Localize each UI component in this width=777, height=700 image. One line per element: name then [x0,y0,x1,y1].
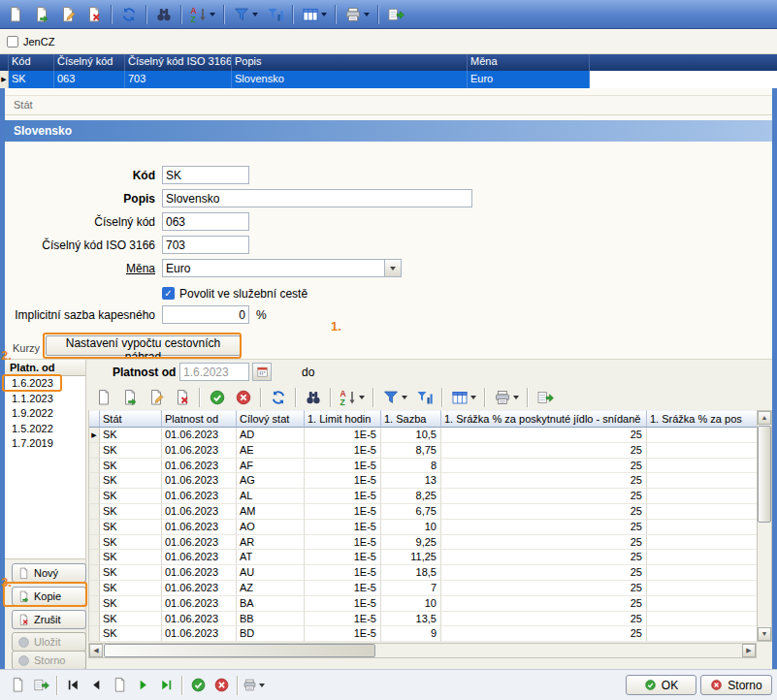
nav-next-button[interactable] [132,675,154,696]
rates-sort-button[interactable]: AZ [336,386,369,409]
kod-input[interactable] [162,166,249,184]
copy-button[interactable] [29,3,54,26]
jencz-checkbox[interactable] [7,36,18,48]
rates-column-header[interactable]: Cílový stat [237,410,305,428]
povolit-checkbox[interactable]: ✓ [162,287,175,300]
rates-row[interactable]: SK01.06.2023AT1E-511,2525 [89,550,757,565]
rates-row[interactable]: SK01.06.2023AO1E-51025 [89,520,757,535]
nav-record-button[interactable] [109,675,131,696]
rates-row[interactable]: ▶SK01.06.2023AD1E-510,525 [89,428,757,443]
nav-first-button[interactable] [62,675,84,696]
rates-column-header[interactable]: 1. Srážka % za pos [647,410,758,428]
rates-row[interactable]: SK01.06.2023BA1E-51025 [89,596,757,612]
print-button[interactable] [340,3,373,26]
scroll-left-button[interactable]: ◀ [89,644,103,657]
date-item[interactable]: 1.7.2019 [5,436,85,452]
rates-column-header[interactable]: 1. Srážka % za poskytnuté jídlo - snídan… [441,410,647,428]
footer-export-button[interactable] [30,675,52,696]
horizontal-scrollbar-thumb[interactable] [104,644,375,657]
new-button[interactable] [3,3,28,26]
scroll-up-button[interactable]: ▲ [758,411,771,425]
filter-button[interactable] [229,3,262,26]
novy-button[interactable]: Nový [12,563,86,583]
rates-column-header[interactable]: Platnost od [162,410,237,428]
rates-row[interactable]: SK01.06.2023AL1E-58,2525 [89,489,757,504]
nav-prev-button[interactable] [85,675,108,696]
zrusit-button[interactable]: Zrušit [12,610,86,629]
rates-row[interactable]: SK01.06.2023AG1E-51325 [89,473,757,489]
kapesne-input[interactable] [162,305,249,324]
ciselny-kod-input[interactable] [162,212,249,231]
search-button[interactable] [151,3,177,26]
rates-edit-button[interactable] [144,386,169,409]
rates-column-header[interactable]: 1. Sazba [381,410,441,428]
rates-copy-button[interactable] [117,386,143,409]
countries-column-header[interactable]: Číselný kód [54,54,125,71]
date-item[interactable]: 1.6.2023 [5,376,85,392]
vertical-scrollbar-thumb[interactable] [758,426,771,523]
mena-input[interactable] [163,260,384,276]
rates-row[interactable]: SK01.06.2023BD1E-5925 [89,626,757,642]
rates-row[interactable]: SK01.06.2023AU1E-518,525 [89,565,757,581]
countries-column-header[interactable]: Číselný kód ISO 3166 [125,54,232,71]
footer-cancel-button[interactable] [210,675,233,696]
ok-button[interactable]: OK [626,675,696,695]
date-item[interactable]: 1.9.2022 [5,406,85,422]
countries-selected-row[interactable]: ▶SK063703SlovenskoEuro [0,71,777,88]
rates-export-button[interactable] [533,386,558,409]
date-item[interactable]: 1.1.2023 [5,392,85,407]
rates-vertical-scrollbar[interactable]: ▲ ▼ [757,410,772,642]
storno-button[interactable]: Storno [700,675,772,695]
iso-input[interactable] [162,236,249,254]
ok-label: OK [662,679,678,692]
rates-search-button[interactable] [301,386,326,409]
calendar-button[interactable] [252,363,272,381]
dates-column-header[interactable]: Platn. od [5,360,85,376]
rates-row[interactable]: SK01.06.2023BB1E-513,525 [89,612,757,627]
export-button[interactable] [383,3,408,26]
delete-button[interactable] [81,3,107,26]
rates-delete-button[interactable] [170,386,195,409]
edit-button[interactable] [55,3,81,26]
rates-column-header[interactable]: 1. Limit hodin [305,410,381,428]
kopie-button[interactable]: Kopie [12,587,86,606]
rates-columns-button[interactable] [447,386,480,409]
rates-filter-analysis-button[interactable] [412,386,437,409]
rates-cell: 13,5 [381,612,441,627]
rates-filter-button[interactable] [378,386,411,409]
date-item[interactable]: 1.5.2022 [5,422,85,437]
mena-combobox[interactable] [162,259,402,277]
sort-button[interactable]: AZ [186,3,219,26]
rates-horizontal-scrollbar[interactable]: ◀ ▶ [88,643,757,658]
platnost-od-input[interactable] [179,363,249,381]
popis-input[interactable] [162,189,472,207]
rates-refresh-button[interactable] [266,386,291,409]
mena-dropdown-button[interactable] [384,260,401,276]
mena-label[interactable]: Měna [5,262,155,275]
rates-row[interactable]: SK01.06.2023AR1E-59,2525 [89,535,757,551]
settings-button[interactable]: Nastavení vypočtu cestovních náhrad [46,335,241,356]
rates-cancel-button[interactable] [231,386,256,409]
footer-doc-button[interactable] [7,675,29,696]
rates-column-header[interactable]: Stát [100,410,162,428]
rates-row[interactable]: SK01.06.2023AE1E-58,7525 [89,443,757,459]
scroll-right-button[interactable]: ▶ [742,644,756,657]
nav-last-button[interactable] [155,675,178,696]
rates-row[interactable]: SK01.06.2023AM1E-56,7525 [89,504,757,520]
rates-print-button[interactable] [490,386,523,409]
countries-column-header[interactable]: Kód [9,54,54,71]
footer-print-button[interactable] [243,675,265,696]
rates-row[interactable]: SK01.06.2023AF1E-5825 [89,459,757,474]
rates-row[interactable]: SK01.06.2023AZ1E-5725 [89,581,757,596]
nav-last-icon [158,677,175,693]
filter-analysis-button[interactable] [263,3,288,26]
disabled-cancel-icon [17,654,30,667]
scroll-down-button[interactable]: ▼ [758,627,771,641]
rates-confirm-button[interactable] [205,386,230,409]
footer-confirm-button[interactable] [187,675,210,696]
rates-new-button[interactable] [91,386,116,409]
countries-column-header[interactable]: Popis [232,54,468,71]
refresh-button[interactable] [116,3,142,26]
countries-column-header[interactable]: Měna [468,54,590,71]
columns-button[interactable] [298,3,331,26]
